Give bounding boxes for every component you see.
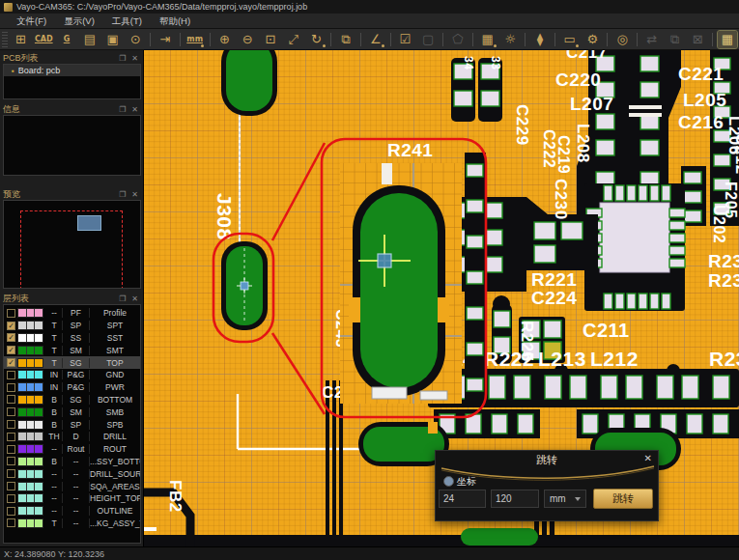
display-search-button[interactable]: ◎ [612, 31, 633, 48]
layer-row-DRILL_SOUR[interactable]: ----DRILL_SOUR [4, 467, 140, 480]
layer-color-swatch[interactable] [17, 482, 43, 491]
layer-color-swatch[interactable] [17, 506, 43, 516]
float-panel-icon[interactable]: ❐ [116, 105, 128, 114]
toolbar-grip[interactable] [2, 32, 8, 47]
layer-checkbox[interactable] [7, 482, 15, 490]
layer-row-DRILL[interactable]: THDDRILL [4, 431, 140, 443]
close-icon[interactable]: ✕ [644, 453, 652, 463]
layer-color-swatch[interactable] [17, 444, 43, 454]
layer-color-swatch[interactable] [17, 358, 43, 368]
layer-color-swatch[interactable] [17, 518, 43, 528]
layer-checkbox-checked[interactable]: ✓ [7, 333, 15, 342]
preview-panel[interactable] [3, 200, 141, 289]
menu-view[interactable]: 显示(V) [55, 14, 103, 29]
layer-color-swatch[interactable] [17, 420, 43, 430]
layer-color-swatch[interactable] [17, 457, 43, 466]
close-panel-icon[interactable]: ✕ [128, 190, 141, 199]
layer-row-...KG_ASSY_TOP[interactable]: T--...KG_ASSY_TOP [4, 518, 140, 530]
menu-help[interactable]: 帮助(H) [151, 14, 199, 29]
close-panel-icon[interactable]: ✕ [128, 105, 141, 114]
menu-file[interactable]: 文件(F) [8, 14, 55, 29]
close-panel-icon[interactable]: ✕ [128, 54, 141, 63]
select-check-button[interactable]: ☑ [395, 31, 415, 48]
layer-checkbox[interactable] [7, 420, 15, 429]
layer-row-HEIGHT_TOP[interactable]: ----HEIGHT_TOP [4, 492, 140, 505]
cad-import-button[interactable]: CAD [34, 31, 54, 48]
board-list-item[interactable]: ▪ Board: pcb [4, 65, 140, 76]
measure-button[interactable]: ∠ [365, 31, 385, 48]
layer-checkbox[interactable] [7, 309, 15, 318]
layer-checkbox[interactable] [7, 469, 15, 478]
layer-checkbox[interactable] [7, 371, 15, 379]
layer-row-ROUT[interactable]: --RoutROUT [4, 443, 140, 456]
display-settings-button[interactable]: ⚙ [583, 31, 603, 48]
grid-toggle-button[interactable]: ▦ [718, 31, 738, 48]
open-project-button[interactable]: ▤ [79, 31, 99, 48]
menu-tools[interactable]: 工具(T) [103, 14, 151, 29]
layer-color-swatch[interactable] [17, 407, 43, 417]
layer-color-swatch[interactable] [17, 321, 43, 330]
layer-color-swatch[interactable] [17, 346, 43, 355]
layer-checkbox[interactable] [7, 507, 15, 516]
layer-row-SMT[interactable]: ✓TSMSMT [4, 344, 140, 356]
float-panel-icon[interactable]: ❐ [116, 190, 128, 199]
layer-color-swatch[interactable] [17, 432, 43, 441]
tag-button[interactable]: ⧫ [530, 31, 551, 48]
layer-color-swatch[interactable] [17, 469, 43, 479]
fit-view-button[interactable]: ⤢ [283, 31, 303, 48]
layer-row-PWR[interactable]: INP&GPWR [4, 381, 140, 394]
layer-type: -- [62, 506, 89, 516]
float-panel-icon[interactable]: ❐ [116, 54, 128, 63]
close-panel-icon[interactable]: ✕ [128, 294, 141, 303]
layer-row-SST[interactable]: ✓TSSSST [4, 332, 140, 345]
layer-color-swatch[interactable] [17, 395, 43, 405]
layer-checkbox-checked[interactable]: ✓ [7, 346, 15, 354]
layer-row-SPT[interactable]: ✓TSPSPT [4, 320, 140, 332]
gerber-import-button[interactable]: G [57, 31, 77, 48]
layer-checkbox[interactable] [7, 494, 15, 503]
layer-row-SQA_AREAS[interactable]: ----SQA_AREAS [4, 480, 140, 492]
layer-color-swatch[interactable] [17, 493, 43, 503]
float-panel-icon[interactable]: ❐ [116, 294, 128, 303]
preview-viewport-rect[interactable] [77, 215, 101, 231]
layer-row-TOP[interactable]: ✓TSGTOP [4, 356, 140, 369]
layer-checkbox[interactable] [7, 407, 15, 416]
layer-checkbox[interactable] [7, 445, 15, 454]
record-button[interactable]: ⊙ [126, 31, 146, 48]
layer-checkbox-checked[interactable]: ✓ [7, 358, 15, 367]
layer-checkbox[interactable] [7, 433, 15, 441]
x-coordinate-input[interactable] [439, 490, 486, 508]
y-coordinate-input[interactable] [491, 490, 539, 508]
layer-row-Profile[interactable]: --PFProfile [4, 307, 140, 320]
layer-checkbox[interactable] [7, 383, 15, 392]
array-grid-button[interactable]: ▦ [477, 31, 497, 48]
layer-row-GND[interactable]: INP&GGND [4, 369, 140, 381]
layer-checkbox[interactable] [7, 457, 15, 465]
layer-color-swatch[interactable] [17, 308, 43, 318]
layer-checkbox[interactable] [7, 518, 15, 527]
display-board-button[interactable]: ▭ [559, 31, 580, 48]
export-button[interactable]: ⇥ [156, 31, 176, 48]
highlight-button[interactable]: ☼ [500, 31, 521, 48]
zoom-out-button[interactable]: ⊖ [238, 31, 258, 48]
layer-row-BOTTOM[interactable]: BSGBOTTOM [4, 394, 140, 406]
layer-row-...SSY_BOTTOM[interactable]: B--...SSY_BOTTOM [4, 456, 140, 468]
zoom-in-button[interactable]: ⊕ [214, 31, 235, 48]
layer-row-SMB[interactable]: BSMSMB [4, 406, 140, 418]
jump-button[interactable]: 跳转 [593, 489, 653, 509]
layer-checkbox-checked[interactable]: ✓ [7, 322, 15, 330]
layer-color-swatch[interactable] [17, 370, 43, 379]
zoom-window-button[interactable]: ⊡ [260, 31, 280, 48]
layer-row-SPB[interactable]: BSPSPB [4, 418, 140, 431]
layer-color-swatch[interactable] [17, 333, 43, 343]
new-window-button[interactable]: ⧉ [336, 31, 356, 48]
coordinate-radio[interactable] [443, 476, 454, 487]
layer-checkbox[interactable] [7, 395, 15, 404]
unit-mm-button[interactable]: mm [185, 31, 205, 48]
rotate-view-button[interactable]: ↻ [306, 31, 327, 48]
save-button[interactable]: ▣ [102, 31, 123, 48]
new-file-button[interactable]: ⊞ [11, 31, 31, 48]
unit-select[interactable]: mm [544, 490, 586, 508]
layer-row-OUTLINE[interactable]: ----OUTLINE [4, 505, 140, 518]
layer-color-swatch[interactable] [17, 382, 43, 392]
